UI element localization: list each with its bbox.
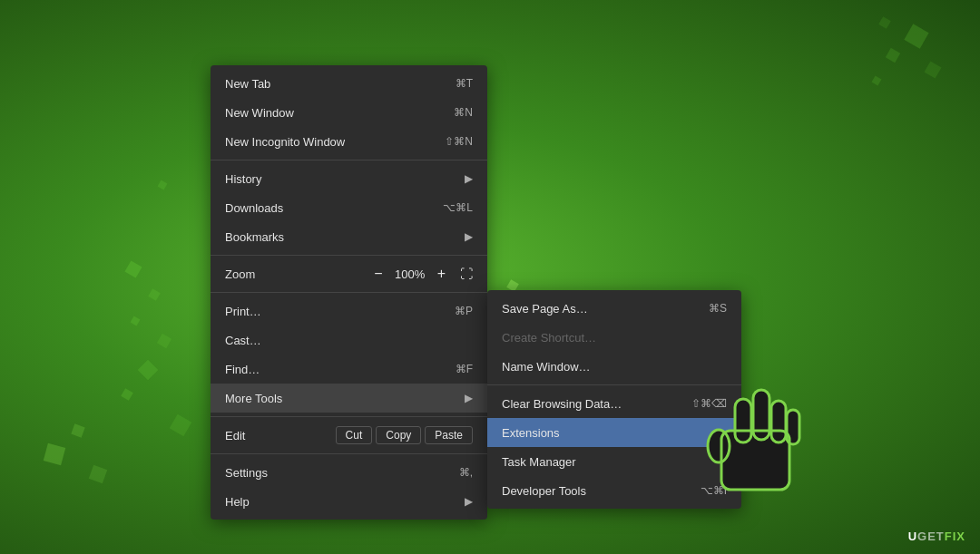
menu-print[interactable]: Print… ⌘P: [211, 296, 487, 326]
submenu-save-page[interactable]: Save Page As… ⌘S: [487, 294, 741, 323]
zoom-minus[interactable]: −: [370, 266, 386, 282]
watermark-u: U: [908, 530, 917, 543]
divider-4: [211, 416, 487, 417]
menu-settings[interactable]: Settings ⌘,: [211, 458, 487, 487]
submenu-create-shortcut[interactable]: Create Shortcut…: [487, 323, 741, 352]
menu-history[interactable]: History ▶: [211, 164, 487, 193]
menu-new-window[interactable]: New Window ⌘N: [211, 98, 487, 127]
watermark-get: GET: [917, 530, 945, 543]
watermark: UGETFIX: [908, 530, 965, 543]
menu-new-incognito[interactable]: New Incognito Window ⇧⌘N: [211, 127, 487, 156]
watermark-fix: FIX: [945, 530, 965, 543]
menu-more-tools[interactable]: More Tools ▶: [211, 384, 487, 413]
menu-zoom: Zoom − 100% + ⛶: [211, 259, 487, 288]
hand-cursor: [699, 381, 817, 508]
menu-edit: Edit Cut Copy Paste: [211, 421, 487, 450]
menu-new-tab[interactable]: New Tab ⌘T: [211, 69, 487, 98]
menu-find[interactable]: Find… ⌘F: [211, 355, 487, 384]
menu-cast[interactable]: Cast…: [211, 326, 487, 355]
divider-2: [211, 255, 487, 256]
divider-3: [211, 292, 487, 293]
menu-bookmarks[interactable]: Bookmarks ▶: [211, 222, 487, 251]
submenu-name-window[interactable]: Name Window…: [487, 352, 741, 381]
zoom-plus[interactable]: +: [434, 266, 449, 282]
edit-copy[interactable]: Copy: [376, 426, 421, 444]
divider-1: [211, 160, 487, 160]
svg-rect-1: [753, 390, 769, 440]
edit-paste[interactable]: Paste: [425, 426, 473, 444]
menu-downloads[interactable]: Downloads ⌥⌘L: [211, 193, 487, 222]
menu-help[interactable]: Help ▶: [211, 487, 487, 516]
zoom-value: 100%: [394, 267, 426, 281]
svg-rect-3: [771, 401, 786, 442]
svg-rect-2: [735, 399, 751, 442]
divider-5: [211, 453, 487, 454]
zoom-fullscreen[interactable]: ⛶: [460, 267, 473, 281]
edit-cut[interactable]: Cut: [336, 426, 373, 444]
chrome-context-menu: New Tab ⌘T New Window ⌘N New Incognito W…: [211, 65, 487, 520]
